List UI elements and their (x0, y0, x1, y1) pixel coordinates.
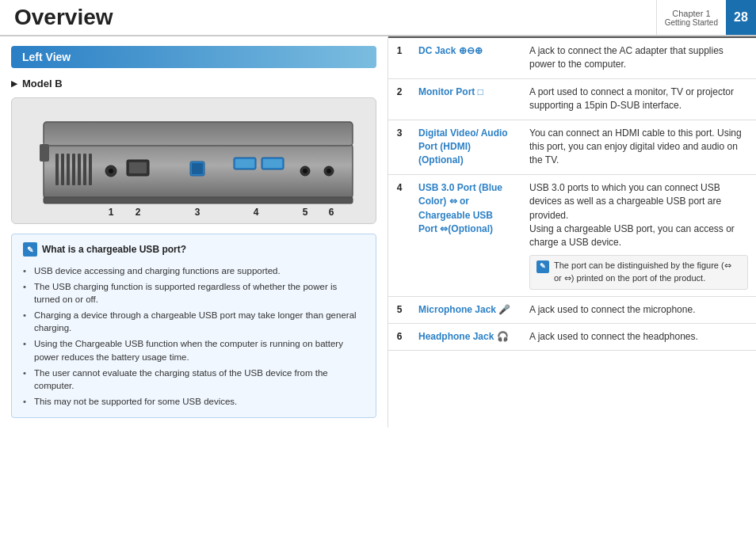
svg-point-21 (303, 169, 307, 173)
note-list-item: Charging a device through a chargeable U… (23, 307, 365, 336)
svg-rect-6 (72, 154, 75, 185)
port-number: 2 (388, 78, 410, 120)
svg-text:1: 1 (108, 207, 113, 218)
header-title-area: Overview (0, 0, 656, 35)
port-number: 5 (388, 296, 410, 323)
port-number: 6 (388, 323, 410, 350)
svg-text:3: 3 (194, 207, 200, 218)
chapter-sub: Getting Started (665, 18, 718, 27)
note-title: ✎ What is a chargeable USB port? (23, 242, 365, 257)
svg-rect-15 (192, 163, 203, 174)
page-title: Overview (14, 5, 113, 30)
port-name: Digital Video/ Audio Port (HDMI) (Option… (410, 120, 521, 174)
port-description: A jack to connect the AC adapter that su… (521, 37, 756, 78)
port-desc-text: USB 3.0 ports to which you can connect U… (529, 182, 735, 249)
svg-rect-13 (129, 162, 147, 173)
ports-table: 1DC Jack ⊕⊖⊕A jack to connect the AC ada… (388, 36, 756, 351)
port-name: Microphone Jack 🎤 (410, 296, 521, 323)
note-list-item: The USB charging function is supported r… (23, 279, 365, 307)
port-desc-text: A jack used to connect the microphone. (529, 304, 695, 315)
port-number: 1 (388, 37, 410, 78)
port-description: A jack used to connect the microphone. (521, 296, 756, 323)
port-description: A jack used to connect the headphones. (521, 323, 756, 350)
svg-rect-2 (40, 144, 49, 162)
svg-text:2: 2 (135, 207, 140, 218)
port-number: 4 (388, 174, 410, 296)
port-desc-text: A port used to connect a monitor, TV or … (529, 86, 734, 111)
svg-rect-9 (89, 154, 92, 185)
note-list-item: USB device accessing and charging functi… (23, 263, 365, 279)
main-content: Left View Model B (0, 36, 756, 428)
port-desc-text: You can connect an HDMI cable to this po… (529, 127, 742, 166)
port-row: 1DC Jack ⊕⊖⊕A jack to connect the AC ada… (388, 37, 756, 78)
page-header: Overview Chapter 1 Getting Started 28 (0, 0, 756, 36)
svg-point-23 (326, 169, 331, 173)
header-chapter-area: Chapter 1 Getting Started (656, 0, 726, 35)
svg-rect-3 (55, 154, 59, 185)
right-panel: 1DC Jack ⊕⊖⊕A jack to connect the AC ada… (388, 36, 756, 428)
port-description: USB 3.0 ports to which you can connect U… (521, 174, 756, 296)
port-row: 3Digital Video/ Audio Port (HDMI) (Optio… (388, 120, 756, 174)
port-row: 2Monitor Port □A port used to connect a … (388, 78, 756, 120)
svg-text:4: 4 (253, 207, 258, 218)
note-list: USB device accessing and charging functi… (23, 263, 365, 409)
note-box: ✎ What is a chargeable USB port? USB dev… (11, 234, 376, 418)
svg-rect-7 (78, 154, 81, 185)
svg-rect-24 (44, 197, 353, 203)
port-row: 5Microphone Jack 🎤A jack used to connect… (388, 296, 756, 323)
section-header: Left View (11, 46, 376, 68)
svg-rect-5 (67, 154, 70, 185)
port-name: Headphone Jack 🎧 (410, 323, 521, 350)
chapter-label: Chapter 1 (672, 9, 710, 18)
inner-note-text: The port can be distinguished by the fig… (554, 260, 741, 285)
port-number: 3 (388, 120, 410, 174)
port-row: 6Headphone Jack 🎧A jack used to connect … (388, 323, 756, 350)
inner-note: ✎The port can be distinguished by the fi… (529, 255, 748, 290)
svg-rect-4 (61, 154, 64, 185)
svg-point-11 (109, 169, 113, 173)
note-list-item: This may not be supported for some USB d… (23, 393, 365, 409)
port-name: Monitor Port □ (410, 78, 521, 120)
port-description: A port used to connect a monitor, TV or … (521, 78, 756, 120)
left-panel: Left View Model B (0, 36, 388, 428)
port-description: You can connect an HDMI cable to this po… (521, 120, 756, 174)
laptop-image: 1 2 3 4 5 6 (11, 97, 376, 224)
svg-rect-19 (263, 159, 282, 168)
model-label: Model B (11, 78, 376, 89)
port-desc-text: A jack used to connect the headphones. (529, 331, 698, 342)
svg-text:5: 5 (302, 207, 307, 218)
port-name: USB 3.0 Port (Blue Color) ⇔ or Chargeabl… (410, 174, 521, 296)
note-list-item: The user cannot evaluate the charging st… (23, 365, 365, 393)
note-list-item: Using the Chargeable USB function when t… (23, 336, 365, 364)
note-icon: ✎ (23, 242, 37, 257)
svg-rect-8 (83, 154, 86, 185)
inner-note-icon: ✎ (536, 260, 549, 273)
svg-text:6: 6 (328, 207, 334, 218)
port-name: DC Jack ⊕⊖⊕ (410, 37, 521, 78)
port-desc-text: A jack to connect the AC adapter that su… (529, 45, 724, 70)
page-number-badge: 28 (726, 0, 756, 35)
svg-rect-17 (235, 159, 254, 168)
port-row: 4USB 3.0 Port (Blue Color) ⇔ or Chargeab… (388, 174, 756, 296)
laptop-svg: 1 2 3 4 5 6 (20, 98, 368, 223)
svg-rect-1 (44, 122, 353, 146)
